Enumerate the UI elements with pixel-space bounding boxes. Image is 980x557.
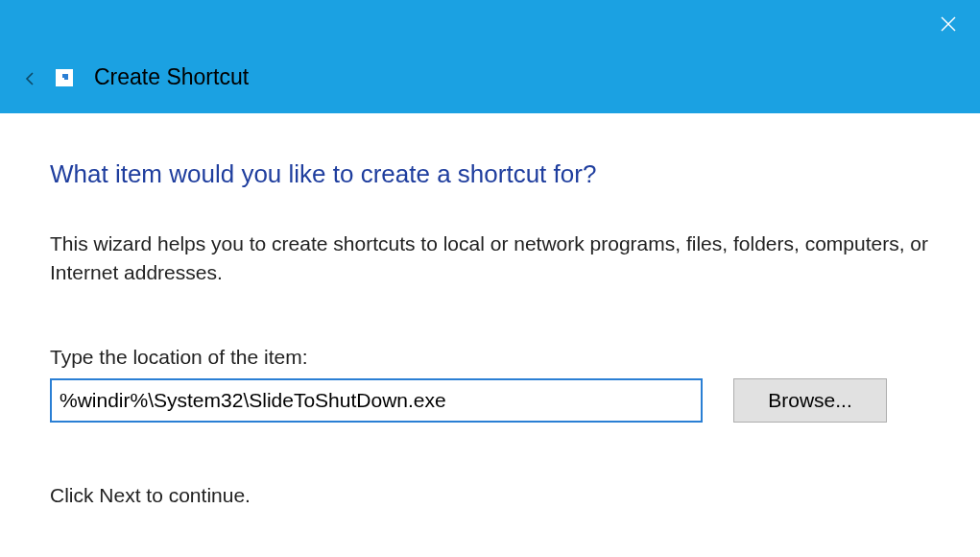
location-input[interactable] [50,378,703,423]
location-row: Browse... [50,378,930,423]
continue-hint: Click Next to continue. [50,484,930,507]
back-arrow-icon [22,70,39,87]
browse-button[interactable]: Browse... [733,378,887,423]
window-title: Create Shortcut [94,64,249,92]
shortcut-wizard-icon [56,69,73,86]
wizard-description: This wizard helps you to create shortcut… [50,230,930,288]
back-button [19,67,42,90]
wizard-heading: What item would you like to create a sho… [50,159,930,189]
wizard-content: What item would you like to create a sho… [0,113,980,507]
titlebar: Create Shortcut [0,0,980,113]
close-icon [939,14,958,34]
location-label: Type the location of the item: [50,346,930,369]
close-button[interactable] [922,4,974,44]
